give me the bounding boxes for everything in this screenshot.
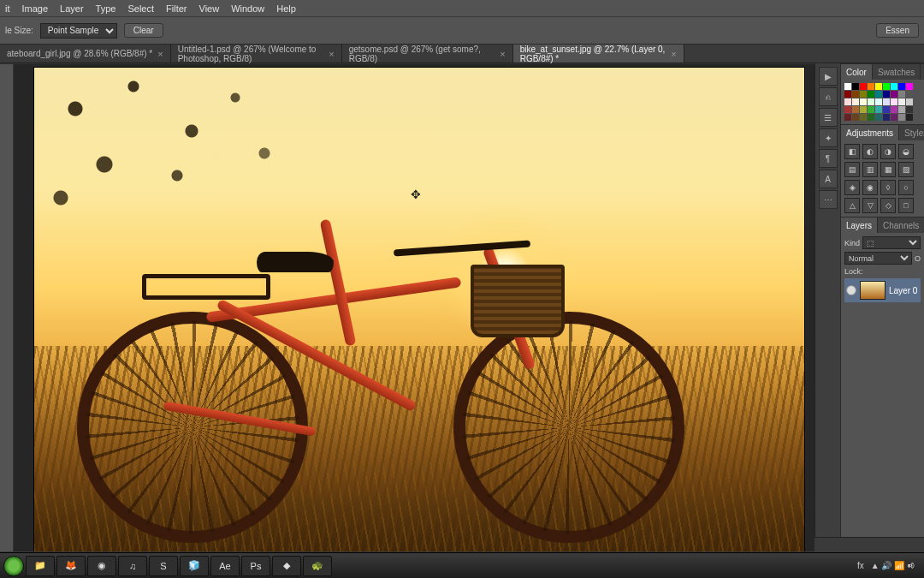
swatch[interactable] bbox=[891, 106, 897, 113]
document-tab[interactable]: Untitled-1.psd @ 267% (Welcome to Photos… bbox=[171, 45, 342, 63]
ruler-vertical[interactable] bbox=[0, 64, 14, 551]
swatch[interactable] bbox=[844, 83, 851, 90]
swatch[interactable] bbox=[891, 91, 897, 98]
swatch[interactable] bbox=[898, 106, 905, 113]
swatch[interactable] bbox=[852, 114, 859, 121]
adjustment-icon[interactable]: ◉ bbox=[862, 180, 878, 195]
swatch[interactable] bbox=[860, 114, 867, 121]
menu-item[interactable]: it bbox=[5, 3, 10, 14]
tab-channels[interactable]: Channels bbox=[878, 217, 924, 233]
fx-icon[interactable]: fx bbox=[857, 561, 864, 570]
clear-button[interactable]: Clear bbox=[124, 23, 163, 38]
menu-item[interactable]: Filter bbox=[166, 3, 187, 14]
swatch[interactable] bbox=[844, 106, 851, 113]
adjustment-icon[interactable]: ◐ bbox=[862, 144, 878, 159]
swatch[interactable] bbox=[875, 83, 882, 90]
swatch[interactable] bbox=[883, 83, 890, 90]
close-icon[interactable]: × bbox=[500, 49, 505, 59]
close-icon[interactable]: × bbox=[157, 49, 163, 59]
sample-size-select[interactable]: Point Sample bbox=[40, 23, 117, 39]
swatch[interactable] bbox=[852, 83, 859, 90]
taskbar-app[interactable]: 🦊 bbox=[56, 556, 86, 576]
swatch[interactable] bbox=[891, 98, 897, 105]
tab-color[interactable]: Color bbox=[841, 64, 873, 80]
blend-mode-select[interactable]: Normal bbox=[844, 252, 912, 265]
adjustment-icon[interactable]: ▦ bbox=[880, 162, 896, 177]
swatch[interactable] bbox=[875, 91, 882, 98]
kind-filter[interactable]: ⬚ bbox=[862, 236, 921, 249]
swatch[interactable] bbox=[875, 114, 882, 121]
swatch[interactable] bbox=[891, 114, 897, 121]
start-button[interactable] bbox=[3, 556, 24, 576]
swatch[interactable] bbox=[891, 83, 897, 90]
layer-name[interactable]: Layer 0 bbox=[889, 286, 917, 295]
swatch[interactable] bbox=[875, 98, 882, 105]
swatch[interactable] bbox=[898, 91, 905, 98]
document-tab[interactable]: getsome.psd @ 267% (get some?, RGB/8)× bbox=[342, 45, 513, 63]
adjustment-icon[interactable]: ◈ bbox=[844, 180, 860, 195]
taskbar-app[interactable]: ◉ bbox=[87, 556, 116, 576]
character-icon[interactable]: A bbox=[819, 170, 838, 188]
swatch[interactable] bbox=[868, 91, 874, 98]
swatch[interactable] bbox=[883, 114, 890, 121]
adjustment-icon[interactable]: ◑ bbox=[880, 144, 896, 159]
adjustment-icon[interactable]: ○ bbox=[898, 180, 914, 195]
adjustment-icon[interactable]: ▽ bbox=[862, 198, 878, 213]
layer-row[interactable]: Layer 0 bbox=[844, 278, 921, 302]
taskbar-app[interactable]: 📁 bbox=[26, 556, 55, 576]
swatch[interactable] bbox=[844, 91, 851, 98]
swatch[interactable] bbox=[906, 114, 913, 121]
swatch[interactable] bbox=[868, 114, 874, 121]
menu-item[interactable]: Type bbox=[96, 3, 116, 14]
close-icon[interactable]: × bbox=[329, 49, 334, 59]
brush-icon[interactable]: ✦ bbox=[819, 128, 838, 147]
swatch[interactable] bbox=[852, 98, 859, 105]
swatch[interactable] bbox=[883, 98, 890, 105]
swatch[interactable] bbox=[844, 98, 851, 105]
swatch[interactable] bbox=[868, 106, 874, 113]
adjustment-icon[interactable]: ▧ bbox=[898, 162, 914, 177]
menu-item[interactable]: Window bbox=[231, 3, 264, 14]
swatch[interactable] bbox=[883, 106, 890, 113]
adjustment-icon[interactable]: ▥ bbox=[862, 162, 878, 177]
taskbar-app[interactable]: Ae bbox=[210, 556, 240, 576]
canvas-image[interactable]: ✥ bbox=[34, 68, 804, 551]
swatch[interactable] bbox=[875, 106, 882, 113]
swatch[interactable] bbox=[898, 98, 905, 105]
adjustment-icon[interactable]: ◧ bbox=[844, 144, 860, 159]
adjustment-icon[interactable]: ◒ bbox=[898, 144, 914, 159]
swatch[interactable] bbox=[906, 106, 913, 113]
document-tab[interactable]: ateboard_girl.jpg @ 28.6% (RGB/8#) *× bbox=[0, 45, 171, 63]
menu-item[interactable]: Layer bbox=[60, 3, 84, 14]
system-tray[interactable]: fx ▲ 🔊 📶 🕫 bbox=[857, 561, 921, 570]
adjustment-icon[interactable]: △ bbox=[844, 198, 860, 213]
adjustment-icon[interactable]: ◊ bbox=[880, 180, 896, 195]
taskbar-app[interactable]: S bbox=[149, 556, 178, 576]
swatch[interactable] bbox=[852, 91, 859, 98]
adjustment-icon[interactable]: □ bbox=[898, 198, 914, 213]
swatch[interactable] bbox=[906, 98, 913, 105]
taskbar-app[interactable]: 🧊 bbox=[180, 556, 209, 576]
properties-icon[interactable]: ☰ bbox=[819, 108, 838, 127]
swatch[interactable] bbox=[906, 91, 913, 98]
swatch[interactable] bbox=[860, 91, 867, 98]
swatch[interactable] bbox=[898, 114, 905, 121]
swatch[interactable] bbox=[906, 83, 913, 90]
swatch[interactable] bbox=[868, 83, 874, 90]
taskbar-app[interactable]: ◆ bbox=[272, 556, 301, 576]
expand-icon[interactable]: ▶ bbox=[819, 67, 838, 86]
swatch[interactable] bbox=[844, 114, 851, 121]
visibility-icon[interactable] bbox=[846, 285, 856, 295]
tab-swatches[interactable]: Swatches bbox=[873, 64, 921, 80]
document-tab-active[interactable]: bike_at_sunset.jpg @ 22.7% (Layer 0, RGB… bbox=[513, 45, 684, 63]
tab-layers[interactable]: Layers bbox=[841, 217, 878, 233]
more-icon[interactable]: ⋯ bbox=[819, 190, 838, 209]
adjustment-icon[interactable]: ▤ bbox=[844, 162, 860, 177]
taskbar-app-photoshop[interactable]: Ps bbox=[241, 556, 270, 576]
tray-icons[interactable]: ▲ 🔊 📶 🕫 bbox=[871, 561, 915, 570]
workspace-switcher[interactable]: Essen bbox=[876, 23, 919, 38]
tab-adjustments[interactable]: Adjustments bbox=[841, 125, 899, 140]
swatch[interactable] bbox=[852, 106, 859, 113]
swatch[interactable] bbox=[860, 83, 867, 90]
paragraph-icon[interactable]: ¶ bbox=[819, 149, 838, 168]
